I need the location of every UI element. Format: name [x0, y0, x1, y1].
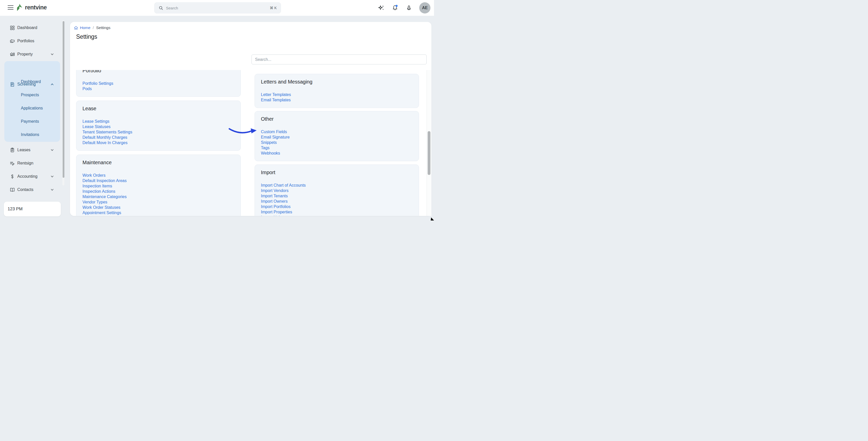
rentvine-logo-icon [16, 4, 23, 11]
main-scrollbar-thumb[interactable] [428, 131, 430, 175]
settings-card-import: Import Import Chart of Accounts Import V… [254, 165, 419, 216]
chevron-down-icon [51, 188, 54, 192]
topbar: rentvine Search ⌘ K [0, 0, 434, 16]
user-avatar[interactable]: AE [419, 2, 430, 13]
settings-link-tags[interactable]: Tags [261, 145, 270, 150]
settings-link-default-move-in-charges[interactable]: Default Move In Charges [83, 140, 127, 145]
breadcrumb-home-label: Home [80, 26, 90, 30]
sidebar-item-leases[interactable]: Leases [0, 146, 61, 154]
sidebar-subitem-invitations[interactable]: Invitations [0, 131, 61, 139]
rentvine-logo[interactable]: rentvine [16, 4, 46, 11]
settings-link-import-owners[interactable]: Import Owners [261, 199, 288, 204]
settings-card-portfolio: Portfolio Portfolio Settings Pods [76, 70, 241, 97]
sidebar-subitem-applications[interactable]: Applications [0, 105, 61, 112]
sidebar-subitem-label: Prospects [21, 93, 39, 97]
settings-link-custom-fields[interactable]: Custom Fields [261, 129, 287, 135]
settings-card-lease: Lease Lease Settings Lease Statuses Tena… [76, 100, 241, 151]
chevron-down-icon [51, 148, 54, 152]
settings-link-vendor-types[interactable]: Vendor Types [83, 199, 107, 205]
whats-new-rocket-icon[interactable] [405, 5, 412, 11]
topbar-actions: AE [378, 0, 434, 16]
breadcrumb: Home / Settings [74, 26, 111, 30]
settings-link-email-signature[interactable]: Email Signature [261, 135, 290, 140]
sidebar-subitem-label: Invitations [21, 133, 39, 137]
sidebar-item-label: Leases [17, 148, 31, 152]
settings-link-pods[interactable]: Pods [83, 86, 92, 91]
sidebar-item-portfolios[interactable]: Portfolios [0, 37, 61, 45]
sidebar-subitem-prospects[interactable]: Prospects [0, 91, 61, 99]
sidebar-item-property[interactable]: Property [0, 50, 61, 59]
property-building-icon [10, 52, 15, 57]
sidebar-subitem-payments[interactable]: Payments [0, 118, 61, 125]
card-title: Maintenance [83, 159, 235, 166]
settings-link-webhooks[interactable]: Webhooks [261, 150, 280, 156]
breadcrumb-home-link[interactable]: Home [74, 26, 90, 30]
settings-link-import-portfolios[interactable]: Import Portfolios [261, 204, 290, 209]
page-title: Settings [76, 33, 97, 40]
settings-link-default-inspection-areas[interactable]: Default Inspection Areas [83, 178, 126, 183]
sidebar-scrollbar-thumb[interactable] [63, 21, 64, 178]
search-shortcut-hint: ⌘ K [270, 6, 277, 10]
card-title: Import [261, 169, 413, 175]
settings-link-import-chart-of-accounts[interactable]: Import Chart of Accounts [261, 182, 306, 188]
screening-active-highlight [4, 61, 60, 142]
settings-link-letter-templates[interactable]: Letter Templates [261, 92, 291, 97]
settings-link-work-order-statuses[interactable]: Work Order Statuses [83, 205, 120, 210]
settings-link-import-tenants[interactable]: Import Tenants [261, 193, 288, 199]
clipboard-icon [10, 147, 15, 153]
mouse-cursor [431, 217, 434, 220]
rentvine-app: rentvine Search ⌘ K [0, 0, 434, 220]
rentvine-logo-text: rentvine [25, 4, 46, 11]
settings-link-inspection-actions[interactable]: Inspection Actions [83, 189, 115, 194]
settings-column-right: Letters and Messaging Letter Templates E… [254, 70, 419, 216]
breadcrumb-current: Settings [96, 26, 111, 30]
settings-search-input[interactable] [251, 55, 427, 64]
card-title: Other [261, 116, 413, 122]
global-search[interactable]: Search ⌘ K [154, 2, 281, 13]
settings-link-portfolio-settings[interactable]: Portfolio Settings [83, 81, 113, 86]
chevron-down-icon [51, 175, 54, 178]
settings-link-inspection-items[interactable]: Inspection Items [83, 183, 112, 189]
card-title: Lease [83, 106, 235, 112]
settings-card-other: Other Custom Fields Email Signature Snip… [254, 111, 419, 161]
settings-link-maintenance-categories[interactable]: Maintenance Categories [83, 194, 126, 199]
search-icon [159, 6, 163, 10]
sidebar: Dashboard Portfolios Prop [0, 16, 64, 220]
ai-sparkles-icon[interactable] [378, 5, 384, 11]
sidebar-subitem-label: Payments [21, 119, 39, 124]
notifications-bell-icon[interactable] [392, 5, 398, 11]
sidebar-item-contacts[interactable]: Contacts [0, 185, 61, 194]
settings-link-import-vendors[interactable]: Import Vendors [261, 188, 289, 193]
sidebar-item-accounting[interactable]: Accounting [0, 172, 61, 181]
hamburger-menu-button[interactable] [8, 5, 13, 10]
folders-icon [10, 38, 15, 44]
settings-link-lease-settings[interactable]: Lease Settings [83, 119, 110, 124]
settings-link-default-monthly-charges[interactable]: Default Monthly Charges [83, 135, 127, 140]
settings-link-email-templates[interactable]: Email Templates [261, 97, 291, 102]
settings-link-tenant-statements-settings[interactable]: Tenant Statements Settings [83, 129, 132, 135]
sidebar-item-rentsign[interactable]: Rentsign [0, 159, 61, 168]
sidebar-item-label: Dashboard [17, 26, 37, 30]
sidebar-subitem-screening-dashboard[interactable]: Dashboard [0, 78, 61, 86]
settings-link-appointment-settings[interactable]: Appointment Settings [83, 210, 121, 215]
home-icon [74, 26, 78, 30]
settings-card-letters-messaging: Letters and Messaging Letter Templates E… [254, 74, 419, 108]
settings-card-maintenance: Maintenance Work Orders Default Inspecti… [76, 154, 241, 216]
avatar-initials: AE [422, 6, 428, 10]
sidebar-item-label: Accounting [17, 174, 37, 179]
dollar-icon [10, 174, 15, 179]
dashboard-grid-icon [10, 25, 15, 31]
card-title: Portfolio [83, 70, 235, 74]
sidebar-item-label: Rentsign [17, 161, 33, 166]
settings-link-snippets[interactable]: Snippets [261, 140, 277, 145]
settings-link-lease-statuses[interactable]: Lease Statuses [83, 124, 111, 129]
settings-link-work-orders[interactable]: Work Orders [83, 173, 105, 178]
open-book-icon [10, 187, 15, 193]
settings-link-import-units[interactable]: Import Units [261, 215, 283, 216]
settings-scroll-region: Portfolio Portfolio Settings Pods Lease … [70, 70, 427, 216]
sidebar-item-label: Portfolios [17, 39, 34, 43]
global-search-placeholder: Search [166, 6, 267, 10]
chevron-down-icon [51, 53, 54, 56]
settings-link-import-properties[interactable]: Import Properties [261, 209, 292, 215]
sidebar-item-dashboard[interactable]: Dashboard [0, 23, 61, 32]
